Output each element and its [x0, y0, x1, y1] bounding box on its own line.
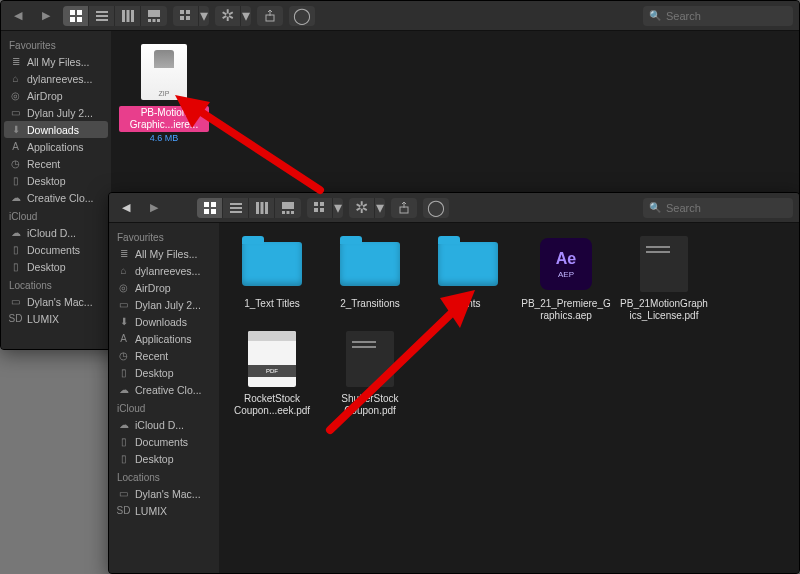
sidebar-item[interactable]: ▯Documents: [1, 241, 111, 258]
sidebar-item[interactable]: ⬇Downloads: [109, 313, 219, 330]
sidebar-item[interactable]: ≣All My Files...: [1, 53, 111, 70]
search-field[interactable]: 🔍: [643, 6, 793, 26]
file-label: RocketStock Coupon...eek.pdf: [227, 393, 317, 417]
file-item[interactable]: PB-Motion Graphic...iere...4.6 MB: [119, 41, 209, 143]
sidebar-item[interactable]: ◎AirDrop: [1, 87, 111, 104]
column-view-button[interactable]: [115, 6, 141, 26]
svg-rect-23: [230, 203, 242, 205]
sidebar-item[interactable]: SDLUMIX: [109, 502, 219, 519]
search-input[interactable]: [666, 10, 787, 22]
sidebar-item-label: Dylan's Mac...: [27, 296, 93, 308]
gallery-view-button[interactable]: [141, 6, 167, 26]
sidebar-item[interactable]: AApplications: [1, 138, 111, 155]
sidebar-item[interactable]: ≣All My Files...: [109, 245, 219, 262]
search-icon: 🔍: [649, 10, 661, 21]
gallery-view-button[interactable]: [275, 198, 301, 218]
search-field[interactable]: 🔍: [643, 198, 793, 218]
file-label: PB_21_Premiere_Graphics.aep: [521, 298, 611, 322]
doc-icon: ▯: [117, 435, 130, 448]
sidebar-item[interactable]: ◷Recent: [109, 347, 219, 364]
sidebar-item[interactable]: ▯Desktop: [109, 450, 219, 467]
sidebar-item[interactable]: ⬇Downloads: [4, 121, 108, 138]
desktop-icon: ▯: [9, 260, 22, 273]
cloud-icon: ☁: [9, 191, 22, 204]
back-button[interactable]: ◀: [7, 6, 29, 26]
search-input[interactable]: [666, 202, 787, 214]
file-item[interactable]: 1_Text Titles: [227, 233, 317, 322]
sidebar-item[interactable]: ⌂dylanreeves...: [1, 70, 111, 87]
svg-rect-16: [180, 16, 184, 20]
sidebar-item[interactable]: ☁iCloud D...: [1, 224, 111, 241]
file-item[interactable]: ShutterStock Coupon.pdf: [325, 328, 415, 417]
file-item[interactable]: AeAEPPB_21_Premiere_Graphics.aep: [521, 233, 611, 322]
sidebar-item[interactable]: ▯Documents: [109, 433, 219, 450]
back-button[interactable]: ◀: [115, 198, 137, 218]
sidebar-item[interactable]: ☁Creative Clo...: [109, 381, 219, 398]
svg-rect-10: [148, 10, 160, 17]
airdrop-icon: ◎: [9, 89, 22, 102]
svg-rect-32: [291, 211, 294, 214]
sidebar-item-label: dylanreeves...: [135, 265, 200, 277]
sidebar-item[interactable]: ▯Desktop: [1, 258, 111, 275]
file-item[interactable]: Fonts: [423, 233, 513, 322]
folder-icon: ▭: [117, 298, 130, 311]
drive-icon: SD: [9, 312, 22, 325]
icon-view-button[interactable]: [63, 6, 89, 26]
share-button[interactable]: [391, 198, 417, 218]
forward-button[interactable]: ▶: [35, 6, 57, 26]
file-grid[interactable]: 1_Text Titles2_TransitionsFontsAeAEPPB_2…: [219, 223, 799, 573]
sidebar-item[interactable]: ▯Desktop: [109, 364, 219, 381]
list-view-button[interactable]: [89, 6, 115, 26]
cloud-icon: ☁: [117, 383, 130, 396]
pdf-icon: PDF: [241, 328, 303, 390]
action-button[interactable]: ✲▾: [349, 198, 385, 218]
action-button[interactable]: ✲▾: [215, 6, 251, 26]
file-item[interactable]: PDFRocketStock Coupon...eek.pdf: [227, 328, 317, 417]
group-by-button[interactable]: ▾: [307, 198, 343, 218]
file-label: PB_21MotionGraphics_License.pdf: [619, 298, 709, 322]
svg-rect-2: [70, 17, 75, 22]
sidebar-item-label: Documents: [135, 436, 188, 448]
sidebar-section-header: Favourites: [109, 227, 219, 245]
sidebar-item-label: iCloud D...: [27, 227, 76, 239]
svg-rect-31: [287, 211, 290, 214]
svg-rect-7: [122, 10, 125, 22]
svg-rect-20: [211, 202, 216, 207]
svg-rect-25: [230, 211, 242, 213]
svg-rect-6: [96, 19, 108, 21]
file-label: 1_Text Titles: [244, 298, 300, 310]
sidebar-item[interactable]: ◎AirDrop: [109, 279, 219, 296]
home-icon: ⌂: [9, 72, 22, 85]
share-button[interactable]: [257, 6, 283, 26]
sidebar-item[interactable]: ▯Desktop: [1, 172, 111, 189]
sidebar-item[interactable]: ▭Dylan July 2...: [109, 296, 219, 313]
sidebar-item-label: All My Files...: [135, 248, 197, 260]
sidebar-item[interactable]: ◷Recent: [1, 155, 111, 172]
tags-button[interactable]: ◯: [289, 6, 315, 26]
sidebar-item[interactable]: SDLUMIX: [1, 310, 111, 327]
sidebar-item[interactable]: ▭Dylan's Mac...: [1, 293, 111, 310]
sidebar-item[interactable]: ⌂dylanreeves...: [109, 262, 219, 279]
sidebar-item[interactable]: ☁Creative Clo...: [1, 189, 111, 206]
sidebar-item[interactable]: ▭Dylan July 2...: [1, 104, 111, 121]
file-size: 4.6 MB: [150, 133, 179, 143]
group-by-button[interactable]: ▾: [173, 6, 209, 26]
icon-view-button[interactable]: [197, 198, 223, 218]
list-view-button[interactable]: [223, 198, 249, 218]
svg-rect-33: [314, 202, 318, 206]
sidebar-item-label: Dylan July 2...: [27, 107, 93, 119]
file-item[interactable]: PB_21MotionGraphics_License.pdf: [619, 233, 709, 322]
svg-rect-17: [186, 16, 190, 20]
tags-button[interactable]: ◯: [423, 198, 449, 218]
sidebar-item[interactable]: AApplications: [109, 330, 219, 347]
apps-icon: A: [9, 140, 22, 153]
file-item[interactable]: 2_Transitions: [325, 233, 415, 322]
svg-rect-13: [157, 19, 160, 22]
cloud-icon: ☁: [117, 418, 130, 431]
forward-button[interactable]: ▶: [143, 198, 165, 218]
svg-rect-36: [320, 208, 324, 212]
sidebar-item[interactable]: ☁iCloud D...: [109, 416, 219, 433]
column-view-button[interactable]: [249, 198, 275, 218]
all-files-icon: ≣: [9, 55, 22, 68]
sidebar-item[interactable]: ▭Dylan's Mac...: [109, 485, 219, 502]
